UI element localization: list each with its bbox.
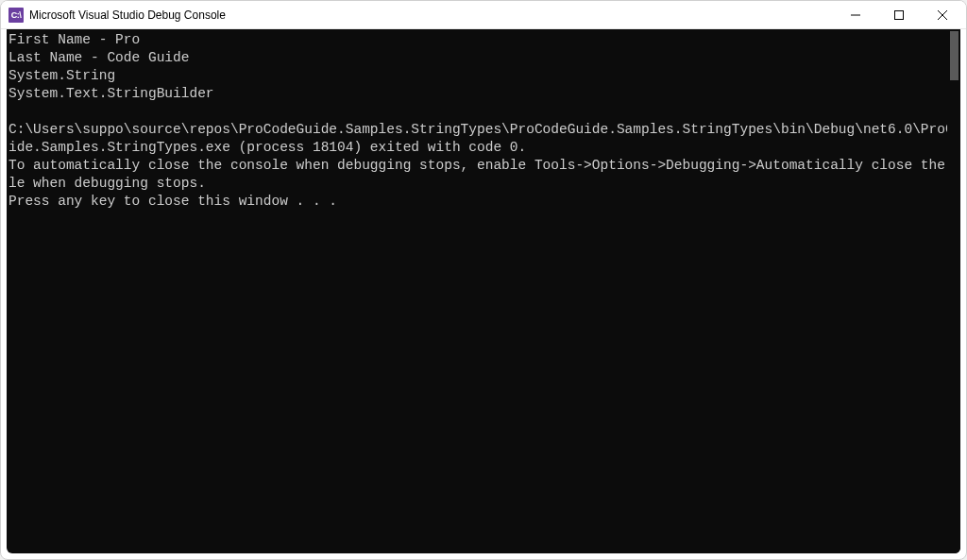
console-line: First Name - Pro	[8, 32, 140, 47]
close-button[interactable]	[921, 1, 964, 29]
minimize-button[interactable]	[834, 1, 877, 29]
maximize-button[interactable]	[877, 1, 921, 29]
window-controls	[834, 1, 964, 28]
console-line: le when debugging stops.	[8, 176, 206, 191]
minimize-icon	[851, 10, 860, 20]
window-frame: C:\ Microsoft Visual Studio Debug Consol…	[0, 0, 967, 560]
app-icon: C:\	[8, 8, 24, 23]
maximize-icon	[894, 10, 904, 20]
window-title: Microsoft Visual Studio Debug Console	[29, 8, 834, 22]
close-icon	[938, 10, 947, 20]
svg-rect-1	[895, 10, 904, 19]
console-line: To automatically close the console when …	[8, 158, 960, 173]
console-line: System.String	[8, 68, 115, 83]
console-area[interactable]: First Name - Pro Last Name - Code Guide …	[7, 29, 960, 553]
title-bar[interactable]: C:\ Microsoft Visual Studio Debug Consol…	[1, 1, 966, 29]
console-line: Last Name - Code Guide	[8, 50, 189, 65]
console-line: ide.Samples.StringTypes.exe (process 181…	[8, 140, 526, 155]
console-line: System.Text.StringBuilder	[8, 86, 214, 101]
console-line: Press any key to close this window . . .	[8, 194, 337, 209]
console-line: C:\Users\suppo\source\repos\ProCodeGuide…	[8, 122, 960, 137]
console-output: First Name - Pro Last Name - Code Guide …	[7, 29, 960, 211]
scrollbar-track[interactable]	[947, 29, 960, 553]
scrollbar-thumb[interactable]	[950, 31, 959, 80]
